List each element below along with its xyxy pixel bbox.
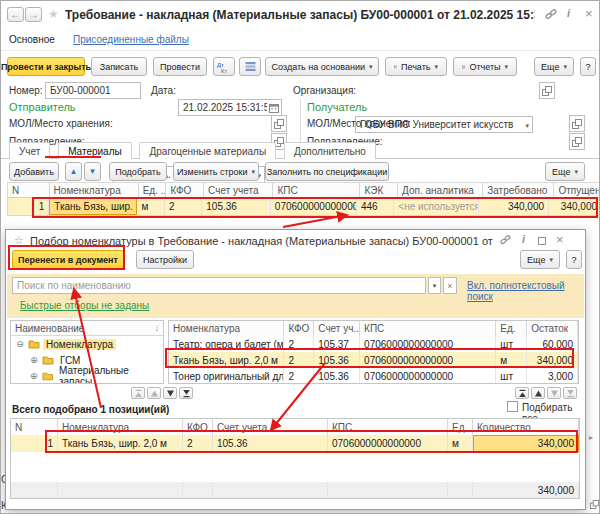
tab-materialy[interactable]: Материалы xyxy=(58,142,132,159)
date-input[interactable] xyxy=(183,102,267,113)
get-link-icon[interactable] xyxy=(545,8,557,22)
col-analytics[interactable]: Доп. аналитика xyxy=(398,183,483,197)
table-more-button[interactable]: Еще▾ xyxy=(545,162,585,181)
cell-kfo[interactable]: 2 xyxy=(284,352,314,368)
tree-item-nomenclatura[interactable]: ⊖ Номенклатура xyxy=(11,336,163,352)
nav-back-button[interactable]: ← xyxy=(7,7,24,22)
tab-dragocennye-materialy[interactable]: Драгоценные материалы xyxy=(139,142,276,159)
search-field[interactable] xyxy=(12,277,426,294)
cell-kfo[interactable]: 2 xyxy=(183,435,213,452)
cell-account[interactable]: 105.36 xyxy=(213,435,328,452)
move-row-up-button[interactable]: ▲ xyxy=(65,162,82,181)
dialog-help-button[interactable]: ? xyxy=(566,250,582,269)
materials-table-row[interactable]: 1 Ткань Бязь, шир. 2,0 м м 2 105.36 0706… xyxy=(7,198,600,216)
col-kek[interactable]: КЭК xyxy=(360,183,398,197)
cell-kps[interactable]: 0706000000000000 xyxy=(360,336,496,352)
post-and-close-button[interactable]: Провести и закрыть xyxy=(7,57,85,76)
col-nomenclature[interactable]: Номенклатура xyxy=(50,183,139,197)
col-kps[interactable]: КПС xyxy=(360,321,496,336)
edit-rows-button[interactable]: Изменить строки▾ xyxy=(173,162,259,181)
info-icon[interactable]: i xyxy=(567,8,570,19)
list-go-last-button[interactable] xyxy=(563,387,577,399)
favorite-star-icon[interactable]: ★ xyxy=(48,7,59,21)
cell-account[interactable]: 105.36 xyxy=(202,198,271,215)
cell-analytics[interactable]: <не используется> xyxy=(394,198,478,215)
cell-balance[interactable]: 3,000 xyxy=(527,368,578,384)
cell-kfo[interactable]: 2 xyxy=(165,198,202,215)
chevron-down-icon[interactable]: ▾ xyxy=(525,122,529,130)
col-unit[interactable]: Ед. xyxy=(496,321,527,336)
tree-go-up-button[interactable] xyxy=(147,387,161,399)
fulltext-search-link[interactable]: Вкл. полнотекстовый поиск xyxy=(467,280,585,302)
tab-uchet[interactable]: Учет xyxy=(9,142,50,159)
cell-kek[interactable]: 446 xyxy=(357,198,394,215)
fill-by-spec-button[interactable]: Заполнить по спецификации xyxy=(265,162,389,181)
cell-released[interactable]: 340,000 xyxy=(549,198,600,215)
cell-account[interactable]: 105.36 xyxy=(314,352,360,368)
post-button[interactable]: Провести xyxy=(153,57,207,76)
col-kfo[interactable]: КФО xyxy=(166,183,204,197)
info-icon[interactable]: i xyxy=(522,234,525,245)
col-account[interactable]: Счет уч... xyxy=(314,321,360,336)
col-nomenclature[interactable]: Номенклатура xyxy=(58,419,183,435)
more-button[interactable]: Еще▾ xyxy=(534,57,574,76)
cell-account[interactable]: 105.37 xyxy=(314,336,360,352)
dialog-more-button[interactable]: Еще▾ xyxy=(520,250,560,269)
cell-unit[interactable]: м xyxy=(496,352,527,368)
receiver-mol-open-button[interactable] xyxy=(569,115,585,132)
cell-kfo[interactable]: 2 xyxy=(284,368,314,384)
col-n[interactable]: N xyxy=(11,419,58,435)
cell-balance[interactable]: 60,000 xyxy=(527,336,578,352)
cell-nomenclature[interactable]: Ткань Бязь, шир. 2,0 м xyxy=(49,198,137,215)
cell-unit[interactable]: м xyxy=(137,198,165,215)
number-input[interactable] xyxy=(50,85,136,96)
cell-unit[interactable]: м xyxy=(448,435,473,452)
tab-dopolnitelno[interactable]: Дополнительно xyxy=(284,142,376,159)
move-row-down-button[interactable]: ▼ xyxy=(84,162,101,181)
col-account[interactable]: Счет учета xyxy=(213,419,328,435)
col-account[interactable]: Счет учета xyxy=(204,183,273,197)
settings-button[interactable]: Настройки xyxy=(136,250,194,269)
cell-unit[interactable]: шт xyxy=(496,368,527,384)
transfer-to-document-button[interactable]: Перенести в документ xyxy=(12,250,124,269)
cell-n[interactable]: 1 xyxy=(8,198,49,215)
cell-nomenclature[interactable]: Театр: опера и балет (м... xyxy=(169,336,284,352)
tab-attachments[interactable]: Присоединенные файлы xyxy=(73,34,189,45)
col-n[interactable]: N xyxy=(8,183,50,197)
col-nomenclature[interactable]: Номенклатура xyxy=(169,321,284,336)
tree-go-last-button[interactable] xyxy=(179,387,193,399)
cell-account[interactable]: 105.36 xyxy=(314,368,360,384)
print-button[interactable]: Печать▾ xyxy=(385,57,447,76)
dt-kt-movements-button[interactable]: ДтКт xyxy=(213,57,235,76)
col-unit[interactable]: Ед. ... xyxy=(139,183,167,197)
scroll-right-icon[interactable]: ▸ xyxy=(589,433,593,442)
number-field[interactable] xyxy=(45,82,141,99)
cell-requested[interactable]: 340,000 xyxy=(479,198,550,215)
cell-kps[interactable]: 0706000000000000 xyxy=(328,435,448,452)
tab-main[interactable]: Основное xyxy=(9,34,55,45)
cell-kfo[interactable]: 2 xyxy=(284,336,314,352)
calendar-icon[interactable] xyxy=(269,103,279,115)
cell-nomenclature[interactable]: Ткань Бязь, шир. 2,0 м xyxy=(58,435,183,452)
cell-kps[interactable]: 0706000000000000 xyxy=(271,198,357,215)
pick-all-checkbox[interactable] xyxy=(507,401,518,412)
close-icon[interactable]: × xyxy=(556,233,564,246)
col-kps[interactable]: КПС xyxy=(328,419,448,435)
col-quantity[interactable]: Количество xyxy=(473,419,579,435)
expand-icon[interactable]: ⊕ xyxy=(29,355,39,365)
list-row[interactable]: Театр: опера и балет (м... 2 105.37 0706… xyxy=(169,336,578,352)
cell-nomenclature[interactable]: Тонер оригинальный дл... xyxy=(169,368,284,384)
col-unit[interactable]: Ед. xyxy=(448,419,473,435)
cell-nomenclature[interactable]: Ткань Бязь, шир. 2,0 м xyxy=(169,352,284,368)
col-kps[interactable]: КПС xyxy=(273,183,360,197)
tree-header[interactable]: Наименование ↓ xyxy=(11,321,163,336)
selection-table-row[interactable]: 1 Ткань Бязь, шир. 2,0 м 2 105.36 070600… xyxy=(11,435,579,452)
search-clear-button[interactable]: × xyxy=(443,277,457,294)
get-link-icon[interactable] xyxy=(500,234,511,247)
col-kfo[interactable]: КФО xyxy=(284,321,314,336)
tree-go-down-button[interactable] xyxy=(163,387,177,399)
register-records-button[interactable] xyxy=(239,57,261,76)
create-on-base-button[interactable]: Создать на основании▾ xyxy=(265,57,379,76)
list-go-up-button[interactable] xyxy=(531,387,545,399)
maximize-icon[interactable] xyxy=(538,237,546,245)
